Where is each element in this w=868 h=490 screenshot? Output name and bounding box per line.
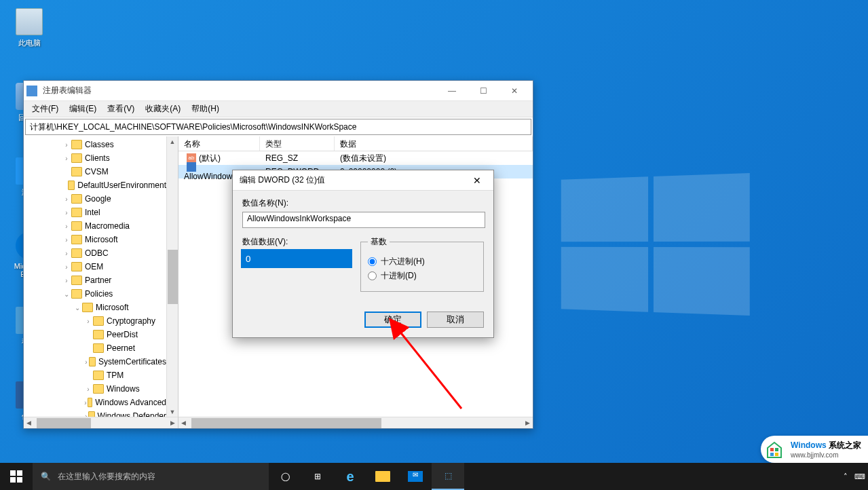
tree-item[interactable]: ›Windows Defender <box>24 409 166 417</box>
tree-item-label: Windows <box>107 384 140 394</box>
tree-expander-icon[interactable]: › <box>62 236 71 244</box>
dialog-titlebar[interactable]: 编辑 DWORD (32 位)值 ✕ <box>233 170 493 191</box>
tree-expander-icon[interactable]: › <box>62 155 71 162</box>
tray-keyboard-icon[interactable]: ⌨ <box>854 472 865 481</box>
folder-icon <box>82 303 93 312</box>
folder-icon <box>93 316 104 326</box>
ok-button[interactable]: 确定 <box>364 312 421 328</box>
tree-item-label: ODBC <box>85 248 109 258</box>
tree-expander-icon[interactable]: › <box>83 318 93 325</box>
tree-item[interactable]: PeerDist <box>24 328 166 341</box>
cancel-button[interactable]: 取消 <box>427 312 484 328</box>
system-tray[interactable]: ˄ ⌨ <box>844 472 868 481</box>
tree-expander-icon[interactable]: › <box>62 250 71 257</box>
titlebar[interactable]: 注册表编辑器 — ☐ ✕ <box>24 81 533 101</box>
folder-icon <box>68 181 75 190</box>
base-legend: 基数 <box>368 236 390 248</box>
tree-item[interactable]: ›Partner <box>24 274 166 287</box>
folder-icon <box>89 357 96 366</box>
tree-item[interactable]: Peernet <box>24 341 166 355</box>
taskbar-edge[interactable]: e <box>334 463 366 490</box>
cortana-button[interactable]: ◯ <box>269 463 301 490</box>
folder-icon <box>71 262 82 271</box>
tree-item-label: OEM <box>85 262 103 271</box>
minimize-button[interactable]: — <box>436 81 468 100</box>
radio-dec[interactable]: 十进制(D) <box>368 270 476 282</box>
dialog-close-button[interactable]: ✕ <box>468 172 487 189</box>
tree-item[interactable]: ›Clients <box>24 151 166 165</box>
taskbar-regedit[interactable]: ⬚ <box>432 463 464 490</box>
regedit-icon <box>26 86 37 96</box>
task-view-button[interactable]: ⊞ <box>301 463 334 490</box>
tree-item[interactable]: ›Intel <box>24 206 166 219</box>
col-name[interactable]: 名称 <box>178 136 260 151</box>
tree-item-label: Clients <box>85 153 110 163</box>
tree-expander-icon[interactable]: › <box>62 141 71 149</box>
radio-hex[interactable]: 十六进制(H) <box>368 256 476 267</box>
tree-item[interactable]: ›SystemCertificates <box>24 355 166 369</box>
tree-scrollbar-horizontal[interactable]: ◀▶ <box>24 417 178 428</box>
tree-expander-icon[interactable]: › <box>62 263 71 271</box>
folder-icon <box>71 153 82 163</box>
tree-item[interactable]: ›Microsoft <box>24 233 166 246</box>
tree-item[interactable]: ›ODBC <box>24 246 166 260</box>
tree-item-label: Partner <box>85 276 111 285</box>
folder-icon <box>71 140 82 149</box>
values-scrollbar-horizontal[interactable]: ◀▶ <box>178 417 533 428</box>
menu-favorites[interactable]: 收藏夹(A) <box>140 102 186 116</box>
tree-item-label: Google <box>85 194 111 204</box>
start-button[interactable] <box>0 463 33 490</box>
tree-expander-icon[interactable]: › <box>62 195 71 203</box>
tray-chevron-icon[interactable]: ˄ <box>844 472 848 481</box>
tree-item[interactable]: ›OEM <box>24 260 166 274</box>
menu-view[interactable]: 查看(V) <box>102 102 140 116</box>
taskbar-search[interactable]: 🔍 在这里输入你要搜索的内容 <box>33 463 269 490</box>
menu-help[interactable]: 帮助(H) <box>186 102 225 116</box>
tree-expander-icon[interactable]: › <box>83 358 89 366</box>
desktop-icon-computer[interactable]: 此电脑 <box>5 8 53 48</box>
taskbar-mail[interactable]: ✉ <box>399 463 432 490</box>
address-bar[interactable]: 计算机\HKEY_LOCAL_MACHINE\SOFTWARE\Policies… <box>25 119 531 135</box>
value-data-input[interactable] <box>242 250 351 267</box>
tree-expander-icon[interactable]: › <box>83 399 88 407</box>
tree-item[interactable]: ›Macromedia <box>24 219 166 233</box>
watermark-icon <box>763 438 785 460</box>
folder-icon <box>88 411 94 417</box>
folder-icon <box>88 398 93 407</box>
tree-expander-icon[interactable]: › <box>62 223 71 230</box>
value-name-field[interactable]: AllowWindowsInkWorkspace <box>242 212 485 228</box>
taskbar-explorer[interactable] <box>366 463 399 490</box>
value-data-label: 数值数据(V): <box>242 236 351 248</box>
folder-icon <box>71 235 82 244</box>
tree-item[interactable]: DefaultUserEnvironment <box>24 178 166 192</box>
maximize-button[interactable]: ☐ <box>468 81 499 100</box>
menu-file[interactable]: 文件(F) <box>26 102 64 116</box>
tree-expander-icon[interactable]: ⌄ <box>62 290 71 298</box>
menubar: 文件(F) 编辑(E) 查看(V) 收藏夹(A) 帮助(H) <box>24 101 533 117</box>
menu-edit[interactable]: 编辑(E) <box>64 102 102 116</box>
tree-expander-icon[interactable]: › <box>83 385 93 393</box>
tree-item[interactable]: TPM <box>24 369 166 382</box>
col-data[interactable]: 数据 <box>335 136 533 151</box>
close-button[interactable]: ✕ <box>499 81 530 100</box>
tree-item[interactable]: ›Windows <box>24 382 166 396</box>
tree-item-label: TPM <box>107 371 124 380</box>
tree-item[interactable]: ›Cryptography <box>24 314 166 328</box>
tree-expander-icon[interactable]: › <box>62 209 71 216</box>
folder-icon <box>93 371 104 380</box>
tree-expander-icon[interactable]: › <box>83 413 88 417</box>
window-title: 注册表编辑器 <box>43 85 436 96</box>
svg-rect-4 <box>775 453 778 456</box>
tree-item[interactable]: ›Google <box>24 192 166 206</box>
tree-expander-icon[interactable]: ⌄ <box>73 304 82 312</box>
tree-item[interactable]: ›Windows Advanced <box>24 396 166 409</box>
tree-item[interactable]: ⌄Policies <box>24 287 166 301</box>
tree-expander-icon[interactable]: › <box>62 277 71 284</box>
tree-item[interactable]: ›Classes <box>24 138 166 151</box>
col-type[interactable]: 类型 <box>260 136 335 151</box>
tree-item[interactable]: ⌄Microsoft <box>24 301 166 314</box>
folder-icon <box>93 330 104 339</box>
tree-item[interactable]: CVSM <box>24 165 166 178</box>
tree-item-label: Windows Defender <box>98 411 166 417</box>
tree-scrollbar-vertical[interactable]: ▲▼ <box>166 136 178 417</box>
